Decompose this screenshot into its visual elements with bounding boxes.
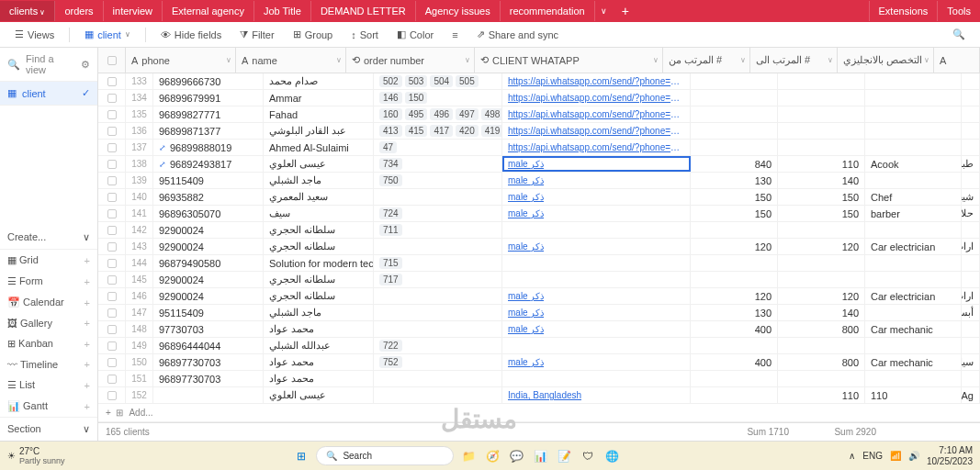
cell-phone[interactable]: 96899827771 (153, 106, 264, 122)
cell-whatsapp[interactable] (502, 255, 691, 271)
cell-phone[interactable]: 96879490580 (153, 255, 264, 271)
tab-agency-issues[interactable]: Agency issues (416, 1, 501, 21)
cell-specialty[interactable]: 110 (865, 387, 962, 403)
add-row-button[interactable]: + ⊞ Add... (98, 404, 980, 422)
cell-whatsapp[interactable]: male ذكر (502, 173, 691, 188)
tray-lang[interactable]: ENG (862, 451, 883, 461)
group-button[interactable]: ⊞ Group (286, 25, 341, 44)
row-checkbox[interactable] (98, 106, 126, 122)
cell-phone[interactable]: 97730703 (153, 321, 264, 337)
cell-whatsapp[interactable]: male ذكر (502, 288, 691, 304)
tab-external-agency[interactable]: External agency (163, 1, 254, 21)
cell-specialty[interactable] (865, 173, 962, 188)
table-row[interactable]: 13696899871377عبد القادر البلوشي41341541… (98, 123, 980, 140)
cell-order[interactable] (374, 305, 502, 320)
col-salary-to[interactable]: المرتب الى #∨ (750, 48, 838, 73)
table-row[interactable]: 15196897730703محمد عواد (98, 371, 980, 387)
row-checkbox[interactable] (98, 189, 126, 205)
cell-extra[interactable] (962, 338, 980, 353)
add-tab-button[interactable]: + (613, 4, 638, 18)
taskbar-app-6[interactable]: 🛡 (579, 447, 597, 465)
table-row[interactable]: 138⤢96892493817عيسى العلوي734male ذكر840… (98, 156, 980, 173)
cell-whatsapp[interactable]: male ذكر (502, 206, 691, 221)
cell-salary-from[interactable]: 400 (691, 354, 778, 370)
cell-salary-from[interactable] (691, 90, 778, 106)
cell-salary-to[interactable]: 800 (778, 354, 865, 370)
col-salary-from[interactable]: المرتب من #∨ (663, 48, 750, 73)
cell-extra[interactable]: طباخ (962, 156, 980, 172)
cell-whatsapp[interactable]: https://api.whatsapp.com/send/?phone=968… (502, 123, 691, 139)
cell-order[interactable]: 715 (374, 255, 502, 271)
cell-whatsapp[interactable]: https://api.whatsapp.com/send/?phone=968… (502, 90, 691, 106)
cell-phone[interactable]: 96935882 (153, 189, 264, 205)
tray-chevron[interactable]: ∧ (849, 451, 855, 461)
sort-button[interactable]: ↕ Sort (344, 26, 386, 44)
cell-extra[interactable] (962, 73, 980, 89)
cell-specialty[interactable] (865, 106, 962, 122)
weather-widget[interactable]: ☀27°CPartly sunny (7, 446, 65, 465)
cell-phone[interactable]: 96896305070 (153, 206, 264, 221)
cell-salary-to[interactable] (778, 338, 865, 353)
cell-extra[interactable] (962, 123, 980, 139)
row-checkbox[interactable] (98, 222, 126, 238)
cell-extra[interactable] (962, 222, 980, 238)
cell-salary-to[interactable]: 120 (778, 239, 865, 254)
cell-salary-to[interactable] (778, 90, 865, 106)
row-checkbox[interactable] (98, 123, 126, 139)
cell-extra[interactable] (962, 140, 980, 155)
cell-phone[interactable] (153, 387, 264, 403)
cell-salary-to[interactable] (778, 140, 865, 155)
cell-specialty[interactable] (865, 222, 962, 238)
sidebar-create-gallery[interactable]: 🖼 Gallery+ (0, 313, 97, 333)
tab-interview[interactable]: interview (104, 1, 163, 21)
cell-specialty[interactable] (865, 272, 962, 287)
view-selector[interactable]: ▦ client ∨ (77, 25, 138, 44)
cell-specialty[interactable]: Car electrician (865, 239, 962, 254)
table-row[interactable]: 137⤢96899888019Ahmed Al-Sulaimi47https:/… (98, 140, 980, 156)
cell-phone[interactable]: ⤢96892493817 (153, 156, 264, 172)
taskbar-app-7[interactable]: 🌐 (603, 447, 621, 465)
tray-clock[interactable]: 7:10 AM10/25/2023 (927, 445, 973, 467)
cell-order[interactable]: 146150 (374, 90, 502, 106)
sidebar-create-form[interactable]: ☰ Form+ (0, 271, 97, 292)
table-row[interactable]: 14692900024سلطانه الحجريmale ذكر120120Ca… (98, 288, 980, 305)
table-row[interactable]: 13496899679991Ammar146150https://api.wha… (98, 90, 980, 106)
cell-name[interactable]: Fahad (264, 106, 374, 122)
row-checkbox[interactable] (98, 206, 126, 221)
cell-name[interactable]: عبدالله الشبلي (264, 338, 374, 353)
cell-extra[interactable]: أبس (962, 305, 980, 320)
cell-phone[interactable]: 96897730703 (153, 371, 264, 386)
cell-extra[interactable] (962, 106, 980, 122)
row-checkbox[interactable] (98, 338, 126, 353)
cell-order[interactable]: 752 (374, 354, 502, 370)
cell-specialty[interactable]: Acook (865, 156, 962, 172)
cell-salary-to[interactable]: 800 (778, 321, 865, 337)
search-icon[interactable]: 🔍 (945, 25, 973, 44)
table-row[interactable]: 14392900024سلطانه الحجريmale ذكر120120Ca… (98, 239, 980, 255)
cell-specialty[interactable] (865, 73, 962, 89)
cell-salary-from[interactable]: 120 (691, 239, 778, 254)
cell-name[interactable]: محمد عواد (264, 321, 374, 337)
sidebar-create-calendar[interactable]: 📅 Calendar+ (0, 292, 97, 313)
cell-order[interactable]: 734 (374, 156, 502, 172)
row-checkbox[interactable] (98, 321, 126, 337)
cell-extra[interactable] (962, 272, 980, 287)
cell-salary-from[interactable]: 400 (691, 321, 778, 337)
cell-specialty[interactable]: barber (865, 206, 962, 221)
taskbar-app-1[interactable]: 📁 (459, 447, 478, 465)
cell-name[interactable]: سلطانه الحجري (264, 239, 374, 254)
taskbar-app-3[interactable]: 💬 (507, 447, 525, 465)
sidebar-create-gantt[interactable]: 📊 Gantt+ (0, 396, 97, 417)
table-row[interactable]: 14996896444044عبدالله الشبلي722 (98, 338, 980, 354)
cell-phone[interactable]: 96897730703 (153, 354, 264, 370)
sidebar-create-timeline[interactable]: 〰 Timeline+ (0, 354, 97, 375)
cell-phone[interactable]: 92900024 (153, 272, 264, 287)
table-row[interactable]: 14795115409ماجد الشبليmale ذكر130140أبس (98, 305, 980, 321)
cell-salary-to[interactable] (778, 222, 865, 238)
cell-specialty[interactable] (865, 123, 962, 139)
cell-order[interactable] (374, 239, 502, 254)
table-row[interactable]: 13995115409ماجد الشبلي750male ذكر130140 (98, 173, 980, 189)
cell-name[interactable]: Ahmed Al-Sulaimi (264, 140, 374, 155)
row-checkbox[interactable] (98, 305, 126, 320)
cell-whatsapp[interactable] (502, 371, 691, 386)
